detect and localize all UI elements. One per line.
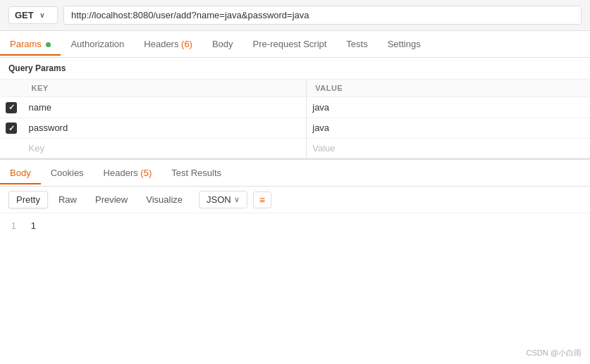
tab-settings[interactable]: Settings xyxy=(378,33,431,55)
response-tab-headers[interactable]: Headers (5) xyxy=(94,162,162,184)
wrap-icon: ≡ xyxy=(259,195,265,205)
type-chevron: ∨ xyxy=(234,195,240,204)
format-toolbar: Pretty Raw Preview Visualize JSON ∨ ≡ xyxy=(0,187,590,213)
key-col-header: KEY xyxy=(23,80,307,97)
method-chevron: ∨ xyxy=(39,11,44,19)
watermark: CSDN @小白雨 xyxy=(527,348,582,358)
value-cell[interactable]: java xyxy=(307,97,590,118)
format-visualize-button[interactable]: Visualize xyxy=(138,191,190,208)
code-line: 1 1 xyxy=(11,219,579,234)
checkbox-checked[interactable]: ✓ xyxy=(6,123,17,134)
params-table: KEY VALUE ✓ name xyxy=(0,79,590,158)
line-number: 1 xyxy=(11,220,28,233)
format-raw-button[interactable]: Raw xyxy=(51,191,85,208)
response-tab-body[interactable]: Body xyxy=(0,162,41,184)
tab-pre-request[interactable]: Pre-request Script xyxy=(243,33,337,55)
wrap-button[interactable]: ≡ xyxy=(253,192,271,208)
tab-tests[interactable]: Tests xyxy=(336,33,377,55)
url-bar: GET ∨ xyxy=(0,0,590,31)
empty-checkbox-cell xyxy=(0,139,23,158)
code-area: 1 1 xyxy=(0,213,590,239)
tab-params[interactable]: Params xyxy=(0,33,61,55)
query-params-title: Query Params xyxy=(0,58,590,79)
table-row: ✓ password java xyxy=(0,118,590,139)
response-tabs: Body Cookies Headers (5) Test Results xyxy=(0,160,590,187)
empty-value-cell[interactable]: Value xyxy=(307,139,590,158)
method-select[interactable]: GET ∨ xyxy=(8,6,58,24)
tab-headers[interactable]: Headers (6) xyxy=(134,33,202,55)
format-preview-button[interactable]: Preview xyxy=(87,191,135,208)
table-row-empty: Key Value xyxy=(0,139,590,158)
params-dot xyxy=(46,42,51,47)
code-content: 1 xyxy=(31,220,36,231)
empty-key-cell[interactable]: Key xyxy=(23,139,307,158)
checkbox-cell[interactable]: ✓ xyxy=(0,97,23,118)
key-cell[interactable]: name xyxy=(23,97,307,118)
method-label: GET xyxy=(15,10,34,20)
request-tabs: Params Authorization Headers (6) Body Pr… xyxy=(0,31,590,58)
response-tab-test-results[interactable]: Test Results xyxy=(161,162,231,184)
val-col-header: VALUE xyxy=(307,80,590,97)
response-tab-cookies[interactable]: Cookies xyxy=(41,162,94,184)
query-params-section: Query Params KEY VALUE ✓ xyxy=(0,58,590,158)
format-pretty-button[interactable]: Pretty xyxy=(8,191,48,208)
response-section: Body Cookies Headers (5) Test Results Pr… xyxy=(0,158,590,239)
url-input[interactable] xyxy=(63,6,582,25)
check-col-header xyxy=(0,80,23,97)
table-row: ✓ name java xyxy=(0,97,590,118)
checkbox-cell[interactable]: ✓ xyxy=(0,118,23,139)
tab-body[interactable]: Body xyxy=(202,33,243,55)
checkbox-checked[interactable]: ✓ xyxy=(6,102,17,113)
type-selector[interactable]: JSON ∨ xyxy=(199,191,247,208)
key-cell[interactable]: password xyxy=(23,118,307,139)
value-cell[interactable]: java xyxy=(307,118,590,139)
tab-authorization[interactable]: Authorization xyxy=(61,33,134,55)
